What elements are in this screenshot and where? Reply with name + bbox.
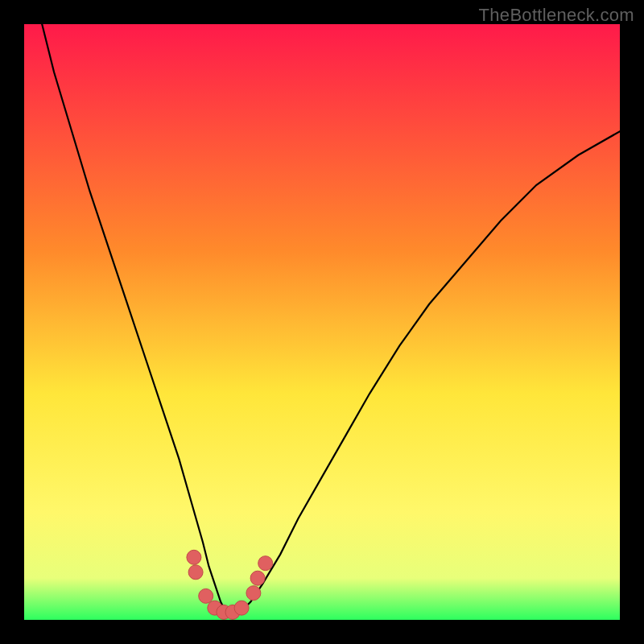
data-point-marker <box>258 556 273 571</box>
data-point-marker <box>234 601 249 615</box>
data-point-marker <box>188 565 203 580</box>
gradient-background <box>24 24 620 620</box>
data-point-marker <box>187 550 201 564</box>
data-point-marker <box>199 588 213 603</box>
plot-area <box>24 24 620 620</box>
data-point-marker <box>246 586 261 601</box>
chart-frame: TheBottleneck.com <box>0 0 644 644</box>
chart-svg <box>24 24 620 620</box>
data-point-marker <box>250 571 265 585</box>
watermark-text: TheBottleneck.com <box>479 5 634 26</box>
